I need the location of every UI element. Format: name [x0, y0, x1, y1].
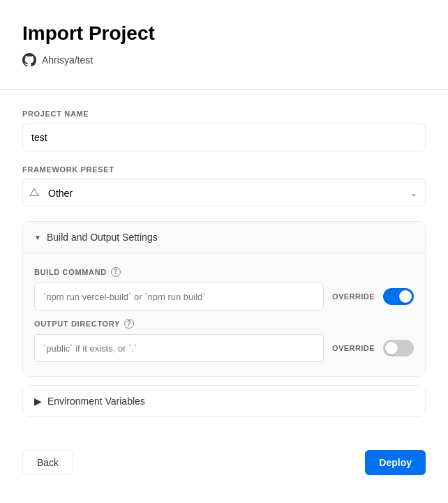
build-settings-title: Build and Output Settings [47, 232, 158, 243]
build-command-help-icon[interactable]: ? [111, 267, 121, 277]
build-override-label: OVERRIDE [332, 292, 375, 301]
framework-select-wrapper: Other ⌄ [22, 179, 426, 207]
project-name-input[interactable] [22, 123, 426, 151]
build-settings-accordion: ▼ Build and Output Settings BUILD COMMAN… [22, 221, 426, 377]
framework-preset-label: FRAMEWORK PRESET [22, 165, 426, 174]
output-directory-field: OUTPUT DIRECTORY ? OVERRIDE [34, 319, 414, 362]
build-command-input[interactable] [34, 283, 324, 310]
build-toggle-track[interactable] [383, 288, 414, 305]
output-toggle-thumb [385, 342, 398, 354]
page-title: Import Project [22, 22, 426, 45]
env-variables-accordion: ▶ Environment Variables [22, 385, 426, 417]
env-variables-title: Environment Variables [47, 396, 145, 407]
output-override-label: OVERRIDE [332, 344, 375, 352]
build-override-toggle[interactable] [383, 288, 414, 305]
build-command-field: BUILD COMMAND ? OVERRIDE [34, 267, 414, 310]
back-button[interactable]: Back [22, 450, 73, 475]
github-icon [22, 53, 36, 67]
output-directory-label: OUTPUT DIRECTORY ? [34, 319, 414, 329]
output-directory-input[interactable] [34, 334, 324, 362]
build-settings-header[interactable]: ▼ Build and Output Settings [23, 222, 425, 253]
output-directory-help-icon[interactable]: ? [124, 319, 134, 329]
page-container: Import Project Ahrisya/test PROJECT NAME… [0, 0, 448, 503]
env-accordion-arrow: ▶ [34, 396, 42, 407]
build-settings-body: BUILD COMMAND ? OVERRIDE OUTPUT DIRECT [23, 253, 425, 376]
accordion-arrow-down: ▼ [34, 234, 41, 241]
divider [0, 89, 448, 90]
build-command-label: BUILD COMMAND ? [34, 267, 414, 277]
github-repo-row: Ahrisya/test [22, 53, 426, 67]
framework-preset-field: FRAMEWORK PRESET Other ⌄ [22, 165, 426, 221]
project-name-label: PROJECT NAME [22, 110, 426, 118]
deploy-button[interactable]: Deploy [365, 450, 426, 475]
project-name-field: PROJECT NAME [22, 110, 426, 165]
output-directory-row: OVERRIDE [34, 334, 414, 362]
env-variables-header[interactable]: ▶ Environment Variables [23, 386, 425, 416]
build-command-row: OVERRIDE [34, 283, 414, 310]
repo-name: Ahrisya/test [42, 54, 93, 66]
build-toggle-thumb [399, 290, 412, 303]
output-override-toggle[interactable] [383, 340, 414, 356]
output-toggle-track[interactable] [383, 340, 414, 356]
footer-row: Back Deploy [22, 433, 426, 475]
framework-select[interactable]: Other [22, 179, 426, 207]
